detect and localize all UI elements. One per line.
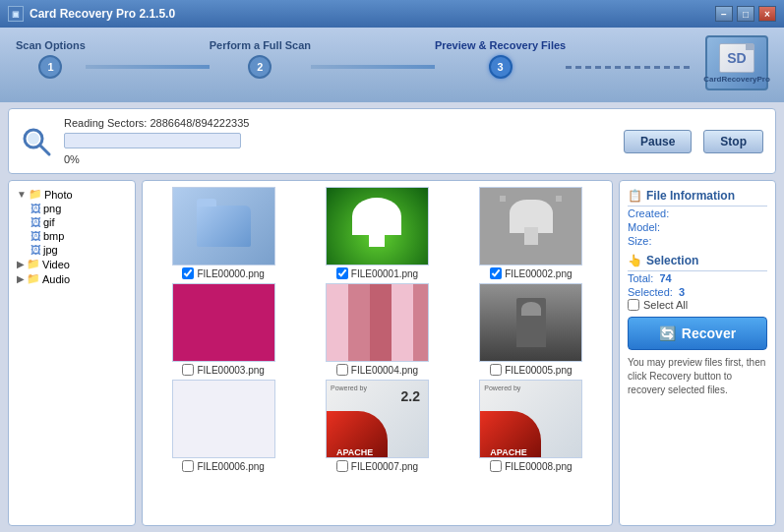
selected-value: 3 bbox=[679, 286, 685, 298]
created-label: Created: bbox=[628, 207, 669, 219]
recover-icon: 🔄 bbox=[659, 325, 676, 341]
file-icon-png: 🖼 bbox=[30, 203, 41, 214]
model-label: Model: bbox=[628, 221, 660, 233]
size-label: Size: bbox=[628, 235, 651, 247]
step-2-circle: 2 bbox=[248, 55, 271, 79]
close-button[interactable]: × bbox=[758, 6, 776, 22]
step-line-1 bbox=[86, 65, 210, 69]
minimize-button[interactable]: − bbox=[715, 6, 733, 22]
recover-note: You may preview files first, then click … bbox=[628, 356, 767, 397]
created-row: Created: bbox=[628, 207, 767, 220]
thumb-img-6 bbox=[172, 380, 275, 458]
thumb-img-3 bbox=[172, 283, 275, 362]
main-content: Reading Sectors: 2886648/894222335 0% Pa… bbox=[0, 102, 784, 532]
file-icon-gif: 🖼 bbox=[30, 216, 41, 228]
window-controls: − □ × bbox=[715, 6, 776, 22]
total-value: 74 bbox=[659, 272, 671, 284]
select-all-checkbox[interactable] bbox=[628, 299, 639, 311]
file-icon-jpg: 🖼 bbox=[30, 244, 41, 256]
step-3-label: Preview & Recovery Files bbox=[435, 39, 566, 51]
step-3: Preview & Recovery Files 3 bbox=[435, 39, 566, 79]
browser-row: ▼ 📁 Photo 🖼 png 🖼 gif 🖼 bmp 🖼 bbox=[8, 180, 776, 526]
file-info-section: 📋 File Information Created: Model: Size: bbox=[628, 189, 767, 248]
header: Scan Options 1 Perform a Full Scan 2 Pre… bbox=[0, 28, 784, 102]
tree-item-png[interactable]: 🖼 png bbox=[29, 202, 129, 215]
info-panel: 📋 File Information Created: Model: Size:… bbox=[619, 180, 776, 526]
thumb-label-8: FILE00008.png bbox=[505, 461, 572, 472]
tree-label-video: Video bbox=[42, 259, 70, 270]
step-3-circle: 3 bbox=[489, 55, 513, 79]
tree-label-photo: Photo bbox=[44, 189, 73, 201]
tree-label-jpg: jpg bbox=[43, 244, 58, 256]
thumb-checkbox-7[interactable] bbox=[336, 460, 348, 472]
thumb-img-8: APACHE Powered by bbox=[479, 380, 582, 458]
thumb-label-2: FILE00002.png bbox=[505, 268, 572, 279]
thumb-check-row-4: FILE00004.png bbox=[336, 364, 418, 376]
thumb-check-row-5: FILE00005.png bbox=[490, 364, 572, 376]
tree-label-gif: gif bbox=[43, 216, 55, 228]
selected-row: Selected: 3 bbox=[628, 285, 767, 299]
thumb-checkbox-8[interactable] bbox=[490, 460, 502, 472]
reading-sectors-text: Reading Sectors: 2886648/894222335 bbox=[64, 117, 612, 129]
step-line-3 bbox=[566, 66, 690, 69]
thumb-img-7: APACHE 2.2 Powered by bbox=[326, 380, 429, 458]
thumb-item-1: FILE00001.png bbox=[302, 187, 452, 279]
thumb-item-0: FILE00000.png bbox=[149, 187, 298, 279]
logo-area: SD CardRecoveryPro bbox=[705, 35, 768, 90]
thumb-checkbox-1[interactable] bbox=[336, 267, 348, 279]
model-row: Model: bbox=[628, 220, 767, 234]
tree-item-jpg[interactable]: 🖼 jpg bbox=[29, 243, 129, 257]
pause-button[interactable]: Pause bbox=[624, 130, 692, 153]
tree-item-photo[interactable]: ▼ 📁 Photo bbox=[15, 187, 129, 202]
thumb-label-6: FILE00006.png bbox=[197, 461, 264, 472]
thumb-item-6: FILE00006.png bbox=[149, 380, 298, 472]
thumb-check-row-7: FILE00007.png bbox=[336, 460, 418, 472]
title-bar: ▣ Card Recovery Pro 2.1.5.0 − □ × bbox=[0, 0, 784, 28]
thumb-checkbox-0[interactable] bbox=[182, 267, 194, 279]
progress-area: Reading Sectors: 2886648/894222335 0% Pa… bbox=[8, 108, 776, 174]
thumb-label-5: FILE00005.png bbox=[505, 365, 572, 376]
thumb-checkbox-6[interactable] bbox=[182, 460, 194, 472]
thumb-item-7: APACHE 2.2 Powered by FILE00007.png bbox=[302, 380, 452, 472]
thumb-img-0 bbox=[172, 187, 275, 266]
tree-panel: ▼ 📁 Photo 🖼 png 🖼 gif 🖼 bmp 🖼 bbox=[8, 180, 136, 526]
tree-item-bmp[interactable]: 🖼 bmp bbox=[29, 229, 129, 243]
file-info-title: 📋 File Information bbox=[628, 189, 767, 207]
step-2-label: Perform a Full Scan bbox=[210, 39, 311, 51]
total-label: Total: bbox=[628, 272, 653, 284]
file-icon-bmp: 🖼 bbox=[30, 230, 41, 242]
thumb-checkbox-2[interactable] bbox=[490, 267, 502, 279]
recover-button[interactable]: 🔄 Recover bbox=[628, 317, 767, 350]
tree-item-video[interactable]: ▶ 📁 Video bbox=[15, 257, 129, 271]
total-row: Total: 74 bbox=[628, 271, 767, 285]
thumb-checkbox-3[interactable] bbox=[182, 364, 194, 376]
thumb-check-row-2: FILE00002.png bbox=[490, 267, 572, 279]
thumb-checkbox-4[interactable] bbox=[336, 364, 348, 376]
tree-label-audio: Audio bbox=[42, 273, 70, 285]
svg-line-1 bbox=[40, 146, 49, 154]
thumb-img-4 bbox=[326, 283, 429, 362]
thumb-label-1: FILE00001.png bbox=[351, 268, 418, 279]
thumb-check-row-8: FILE00008.png bbox=[490, 460, 572, 472]
select-all-label: Select All bbox=[643, 299, 688, 311]
step-1-label: Scan Options bbox=[16, 39, 86, 51]
step-2: Perform a Full Scan 2 bbox=[210, 39, 311, 79]
tree-item-audio[interactable]: ▶ 📁 Audio bbox=[15, 271, 129, 286]
thumb-checkbox-5[interactable] bbox=[490, 364, 502, 376]
thumbnail-panel[interactable]: FILE00000.png FILE00001.png bbox=[142, 180, 613, 526]
hand-icon: 👆 bbox=[628, 254, 642, 267]
thumb-check-row-6: FILE00006.png bbox=[182, 460, 264, 472]
folder-icon-audio: 📁 bbox=[27, 272, 40, 285]
maximize-button[interactable]: □ bbox=[737, 6, 754, 22]
progress-percent: 0% bbox=[64, 153, 612, 165]
logo-box: SD CardRecoveryPro bbox=[705, 35, 768, 90]
thumb-label-4: FILE00004.png bbox=[351, 365, 418, 376]
progress-info: Reading Sectors: 2886648/894222335 0% bbox=[64, 117, 612, 165]
thumb-label-0: FILE00000.png bbox=[197, 268, 264, 279]
app-icon: ▣ bbox=[8, 6, 24, 22]
svg-point-2 bbox=[28, 133, 39, 145]
selection-section: 👆 Selection Total: 74 Selected: 3 Select… bbox=[628, 254, 767, 311]
stop-button[interactable]: Stop bbox=[703, 130, 763, 153]
tree-item-gif[interactable]: 🖼 gif bbox=[29, 215, 129, 229]
thumb-img-5 bbox=[479, 283, 582, 362]
